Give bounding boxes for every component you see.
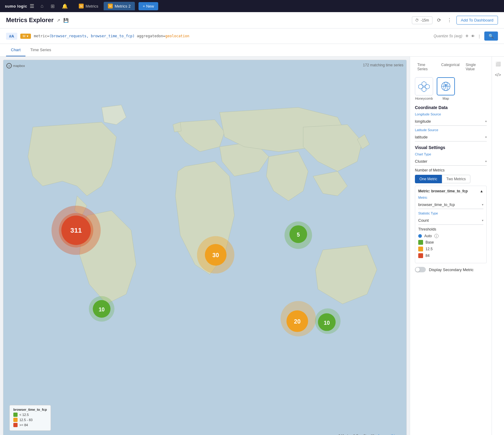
- stat-type-dropdown-arrow: ▾: [482, 219, 483, 222]
- chart-type-dropdown[interactable]: Cluster ▾: [415, 157, 487, 166]
- chart-type-label: Chart Type: [415, 152, 487, 156]
- top-nav: sumo logic ☰ ⌂ ⊞ 🔔 M Metrics M Metrics 2…: [0, 0, 504, 12]
- hamburger-icon[interactable]: ☰: [30, 3, 34, 9]
- legend-item-2: >= 84: [13, 423, 47, 427]
- refresh-button[interactable]: ⟳: [436, 16, 442, 25]
- svg-point-26: [445, 84, 447, 86]
- honeycomb-label: Honeycomb: [415, 97, 433, 100]
- query-input-area[interactable]: metric=(browser_requests, browser_time_t…: [34, 34, 431, 38]
- bell-icon[interactable]: 🔔: [59, 2, 71, 11]
- add-query-icon[interactable]: +: [465, 33, 469, 39]
- map-icon-box: [437, 77, 455, 95]
- world-map[interactable]: 311 30 5 10 20 10 ◎ mapbox: [3, 60, 406, 435]
- home-icon[interactable]: ⌂: [38, 2, 47, 11]
- svg-text:10: 10: [324, 320, 330, 326]
- new-button[interactable]: + New: [139, 2, 158, 10]
- threshold-auto-label: Auto: [424, 234, 432, 238]
- chart-type-value: Cluster: [415, 159, 427, 164]
- threshold-base-color: [418, 240, 423, 245]
- metrics-tab-icon: M: [79, 4, 84, 8]
- legend-item-0: < 12.5: [13, 413, 47, 417]
- nav-tab-metrics2[interactable]: M Metrics 2: [104, 2, 135, 10]
- metric-section-collapse[interactable]: ▲: [480, 189, 483, 193]
- metric-dropdown-arrow: ▾: [482, 203, 483, 206]
- query-more-icon[interactable]: ⋮: [477, 34, 481, 38]
- threshold-base: Base: [418, 240, 483, 245]
- page-title: Metrics Explorer: [6, 17, 54, 24]
- panel-tab-singlevalue[interactable]: Single Value: [463, 61, 487, 72]
- secondary-metric-toggle[interactable]: [415, 267, 426, 272]
- svg-text:10: 10: [98, 307, 105, 313]
- legend-color-2: [13, 423, 18, 427]
- metrics2-tab-icon: M: [108, 4, 113, 8]
- chart-type-map[interactable]: Map: [437, 77, 455, 100]
- metric-field-label: Metric: [418, 196, 483, 199]
- stat-type-dropdown[interactable]: Count ▾: [418, 216, 483, 225]
- threshold-auto: Auto i: [418, 234, 483, 238]
- add-dashboard-button[interactable]: Add To Dashboard: [456, 16, 498, 25]
- tab-chart[interactable]: Chart: [6, 44, 25, 56]
- longitude-dropdown[interactable]: longitude ▾: [415, 117, 487, 126]
- legend-title: browser_time_to_fcp: [13, 408, 47, 411]
- query-text: metric=(browser_requests, browser_time_t…: [34, 34, 189, 38]
- nav-tab-metrics[interactable]: M Metrics: [75, 2, 102, 10]
- query-type-text: M: [23, 34, 25, 38]
- threshold-auto-dot: [418, 234, 422, 238]
- svg-text:5: 5: [297, 232, 300, 238]
- query-hint: Quantize 5s (avg): [434, 34, 462, 38]
- number-of-metrics-group: One Metric Two Metrics: [415, 175, 487, 183]
- matching-series-count: 172 matching time series: [363, 63, 403, 67]
- map-container: 172 matching time series: [3, 60, 407, 435]
- clock-icon: ⏱: [415, 18, 419, 22]
- library-icon[interactable]: ⊞: [48, 2, 58, 11]
- query-row: #A M ▾ metric=(browser_requests, browser…: [0, 28, 504, 44]
- legend-color-0: [13, 413, 18, 417]
- legend-item-1: 12.5 - 83: [13, 418, 47, 422]
- threshold-84-label: 84: [426, 254, 429, 258]
- svg-marker-19: [422, 81, 426, 86]
- two-metrics-button[interactable]: Two Metrics: [442, 175, 470, 183]
- chart-tabs: Chart Time Series: [0, 44, 504, 57]
- more-options-button[interactable]: ⋮: [446, 16, 453, 25]
- latitude-value: latitude: [415, 135, 428, 139]
- threshold-base-label: Base: [426, 240, 434, 244]
- share-icon[interactable]: ↗: [57, 18, 60, 23]
- metric-dropdown[interactable]: browser_time_to_fcp ▾: [418, 201, 483, 209]
- one-metric-button[interactable]: One Metric: [415, 175, 442, 183]
- legend-label-2: >= 84: [19, 423, 28, 427]
- query-label: #A: [6, 33, 17, 40]
- time-range-button[interactable]: ⏱ -15m: [412, 16, 432, 24]
- map-legend: browser_time_to_fcp < 12.5 12.5 - 83 >= …: [9, 405, 51, 431]
- coordinate-data-header: Coordinate Data: [415, 105, 487, 110]
- sumo-logo: sumo logic ☰: [2, 3, 36, 9]
- chart-type-honeycomb[interactable]: Honeycomb: [415, 77, 433, 100]
- svg-text:30: 30: [212, 252, 219, 258]
- tab-timeseries[interactable]: Time Series: [25, 44, 56, 56]
- query-type-dropdown[interactable]: ▾: [27, 34, 28, 38]
- search-button[interactable]: 🔍: [484, 32, 498, 41]
- latitude-dropdown[interactable]: latitude ▾: [415, 133, 487, 141]
- query-type-badge: M ▾: [20, 34, 31, 39]
- right-panel: Time Series Categorical Single Value: [410, 57, 492, 435]
- side-icons: ⬜ </>: [492, 57, 504, 435]
- save-icon[interactable]: 💾: [63, 18, 68, 23]
- longitude-source-label: Longitude Source: [415, 112, 487, 116]
- legend-color-1: [13, 418, 18, 422]
- mapbox-text: mapbox: [13, 64, 25, 68]
- code-icon[interactable]: </>: [494, 71, 502, 79]
- honeycomb-icon-box: [415, 77, 433, 95]
- panel-tabs: Time Series Categorical Single Value: [415, 61, 487, 72]
- metrics-tab-label: Metrics: [85, 4, 98, 8]
- legend-label-1: 12.5 - 83: [19, 418, 32, 422]
- time-range-value: -15m: [421, 18, 429, 22]
- threshold-84-color: [418, 253, 423, 258]
- metric-section-header: Metric: browser_time_to_fcp ▲: [418, 189, 483, 193]
- legend-label-0: < 12.5: [19, 413, 29, 417]
- monitor-icon[interactable]: ⬜: [494, 60, 502, 68]
- panel-tab-categorical[interactable]: Categorical: [439, 61, 462, 72]
- svg-marker-22: [422, 87, 426, 92]
- eye-icon[interactable]: 👁: [471, 34, 475, 38]
- mapbox-logo: ◎ mapbox: [6, 63, 25, 68]
- panel-tab-timeseries[interactable]: Time Series: [415, 61, 438, 72]
- info-icon[interactable]: i: [434, 234, 439, 238]
